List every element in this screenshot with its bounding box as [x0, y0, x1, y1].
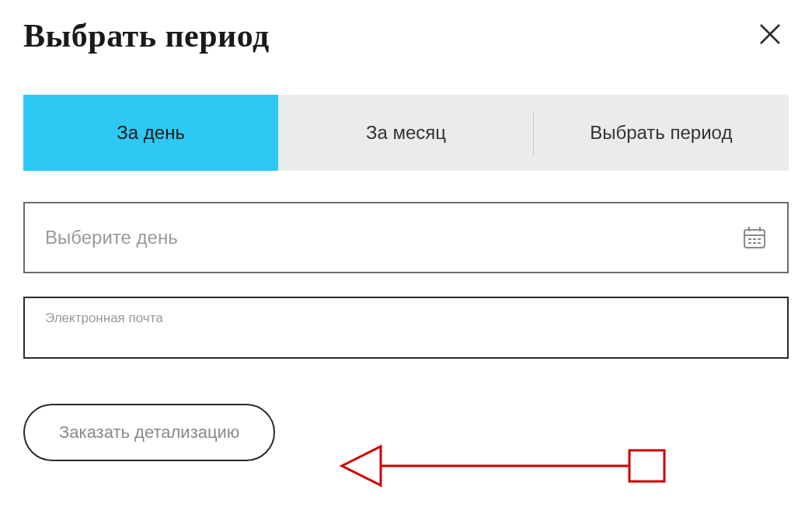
calendar-icon [742, 225, 767, 250]
tab-month[interactable]: За месяц [278, 95, 533, 171]
period-tabs: За день За месяц Выбрать период [23, 95, 789, 171]
date-input-group: Выберите день [23, 202, 789, 273]
submit-button-label: Заказать детализацию [59, 422, 239, 442]
date-placeholder: Выберите день [45, 227, 178, 248]
email-field[interactable]: Электронная почта [23, 297, 789, 359]
dialog-header: Выбрать период [23, 16, 789, 56]
email-input-group: Электронная почта [23, 297, 789, 359]
tab-day-label: За день [117, 122, 185, 143]
order-details-button[interactable]: Заказать детализацию [23, 404, 275, 461]
date-picker-input[interactable]: Выберите день [23, 202, 789, 273]
close-icon [758, 22, 782, 47]
close-button[interactable] [751, 16, 789, 56]
email-label: Электронная почта [45, 311, 163, 325]
tab-period[interactable]: Выбрать период [534, 95, 789, 171]
tab-day[interactable]: За день [23, 95, 278, 171]
tab-period-label: Выбрать период [590, 122, 732, 143]
tab-month-label: За месяц [366, 122, 446, 143]
arrow-annotation [334, 435, 676, 497]
dialog-title: Выбрать период [23, 17, 270, 54]
